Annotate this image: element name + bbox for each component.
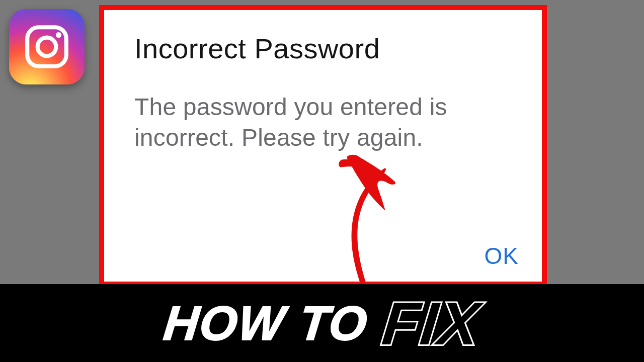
title-banner: HOW TO FIX (0, 284, 644, 362)
instagram-glyph-icon (21, 21, 72, 72)
banner-howto-text: HOW TO (161, 296, 370, 351)
svg-point-2 (56, 32, 61, 38)
error-dialog: Incorrect Password The password you ente… (99, 5, 547, 287)
dialog-body-text: The password you entered is incorrect. P… (134, 92, 515, 153)
dialog-title: Incorrect Password (134, 33, 515, 64)
svg-point-1 (38, 38, 56, 56)
banner-fix-text: FIX (379, 289, 484, 358)
instagram-app-icon (9, 9, 85, 84)
ok-button[interactable]: OK (485, 242, 519, 269)
